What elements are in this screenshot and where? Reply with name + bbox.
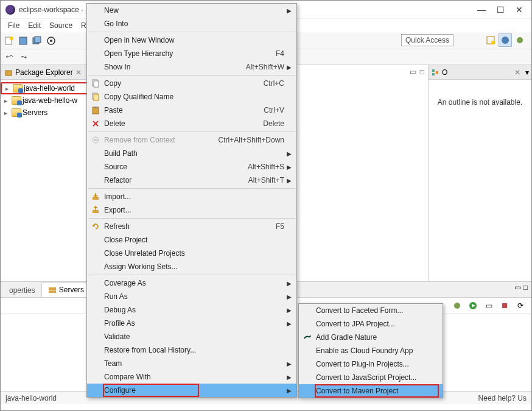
- open-perspective-icon[interactable]: [484, 33, 497, 47]
- submenu-arrow-icon: ▶: [284, 164, 292, 170]
- run-icon[interactable]: [467, 300, 479, 312]
- submenu-item-convert-to-javascript-project[interactable]: Convert to JavaScript Project...: [299, 371, 443, 384]
- menu-item-new[interactable]: New▶: [87, 4, 296, 17]
- menu-item-export[interactable]: Export...: [87, 203, 296, 217]
- svg-rect-12: [432, 69, 435, 72]
- menu-item-assign-working-sets[interactable]: Assign Working Sets...: [87, 260, 296, 273]
- tree-item-servers[interactable]: ▸ Servers: [1, 107, 90, 119]
- menu-item-import[interactable]: Import...: [87, 190, 296, 203]
- submenu-item-convert-to-jpa-project[interactable]: Convert to JPA Project...: [299, 317, 443, 331]
- close-button[interactable]: ✕: [516, 5, 523, 15]
- import-icon: [87, 192, 104, 201]
- outline-icon: [431, 68, 439, 77]
- view-menu-icon[interactable]: ▾: [525, 68, 529, 77]
- menu-item-run-as[interactable]: Run As▶: [87, 290, 296, 303]
- bottom-view-controls: ▭ □: [514, 283, 528, 292]
- window-controls: — ☐ ✕: [477, 5, 523, 15]
- menu-item-open-type-hierarchy[interactable]: Open Type HierarchyF4: [87, 47, 296, 60]
- minimize-button[interactable]: —: [477, 5, 486, 15]
- menu-item-refactor[interactable]: RefactorAlt+Shift+T▶: [87, 174, 296, 187]
- debug-perspective-icon[interactable]: [513, 33, 527, 47]
- servers-icon: [48, 286, 57, 294]
- minimize-icon[interactable]: ▭: [514, 283, 521, 292]
- menu-item-configure[interactable]: Configure▶: [87, 384, 296, 397]
- new-icon[interactable]: [3, 35, 15, 47]
- outline-tab[interactable]: O ✕ ▾: [429, 65, 531, 80]
- menu-item-team[interactable]: Team▶: [87, 357, 296, 370]
- menu-item-coverage-as[interactable]: Coverage As▶: [87, 276, 296, 290]
- submenu-arrow-icon: ▶: [284, 387, 292, 394]
- eclipse-icon: [5, 5, 15, 15]
- menu-item-label: Assign Working Sets...: [104, 262, 284, 271]
- menu-item-delete[interactable]: DeleteDelete: [87, 117, 296, 130]
- configure-submenu: Convert to Faceted Form...Convert to JPA…: [298, 303, 443, 398]
- menu-item-show-in[interactable]: Show InAlt+Shift+W▶: [87, 60, 296, 74]
- svg-rect-13: [432, 73, 435, 76]
- java-ee-perspective-icon[interactable]: [499, 33, 512, 47]
- submenu-arrow-icon: ▶: [284, 374, 292, 381]
- menu-item-restore-from-local-history[interactable]: Restore from Local History...: [87, 343, 296, 357]
- publish-icon[interactable]: ⟳: [514, 300, 527, 312]
- tree-label: Servers: [23, 108, 47, 117]
- submenu-item-add-gradle-nature[interactable]: Add Gradle Nature: [299, 331, 443, 344]
- menu-item-build-path[interactable]: Build Path▶: [87, 147, 296, 160]
- tab-properties[interactable]: operties: [3, 284, 41, 297]
- profile-icon[interactable]: ▭: [483, 300, 495, 312]
- menu-item-validate[interactable]: Validate: [87, 330, 296, 343]
- menu-item-source[interactable]: SourceAlt+Shift+S▶: [87, 160, 296, 174]
- menu-item-close-unrelated-projects[interactable]: Close Unrelated Projects: [87, 247, 296, 260]
- maximize-icon[interactable]: □: [523, 283, 528, 292]
- menu-item-copy[interactable]: CopyCtrl+C: [87, 77, 296, 90]
- menu-separator: [88, 132, 295, 132]
- submenu-item-convert-to-plug-in-projects[interactable]: Convert to Plug-in Projects...: [299, 357, 443, 371]
- outline-tab-close-icon[interactable]: ✕: [514, 68, 520, 77]
- maximize-view-icon[interactable]: □: [420, 68, 424, 76]
- menu-separator: [88, 188, 295, 189]
- submenu-arrow-icon: ▶: [284, 307, 292, 314]
- menu-item-compare-with[interactable]: Compare With▶: [87, 370, 296, 384]
- debug-icon[interactable]: [451, 300, 463, 312]
- minimize-view-icon[interactable]: ▭: [410, 68, 416, 76]
- menu-accelerator: Ctrl+C: [264, 79, 284, 88]
- menu-item-refresh[interactable]: RefreshF5: [87, 220, 296, 233]
- submenu-item-convert-to-faceted-form[interactable]: Convert to Faceted Form...: [299, 304, 443, 317]
- submenu-item-convert-to-maven-project[interactable]: Convert to Maven Project: [299, 384, 443, 398]
- svg-rect-2: [19, 37, 27, 44]
- menu-item-debug-as[interactable]: Debug As▶: [87, 303, 296, 317]
- menu-item-label: Close Unrelated Projects: [104, 249, 284, 258]
- copy-icon: [87, 79, 104, 88]
- expand-icon[interactable]: ▸: [5, 85, 12, 92]
- tree-item-java-web[interactable]: ▸ java-web-hello-w: [1, 94, 90, 107]
- menu-item-paste[interactable]: PasteCtrl+V: [87, 104, 296, 117]
- expand-icon[interactable]: ▸: [4, 110, 10, 116]
- project-icon: [12, 108, 21, 117]
- quick-access[interactable]: Quick Access: [401, 34, 453, 46]
- menu-item-label: Refactor: [104, 176, 241, 184]
- maximize-button[interactable]: ☐: [497, 5, 505, 15]
- editor-controls: ▭ □: [410, 68, 424, 76]
- menu-accelerator: F5: [276, 222, 284, 231]
- svg-point-19: [454, 303, 460, 309]
- paste-icon: [87, 106, 104, 114]
- menu-file[interactable]: File: [4, 20, 23, 31]
- menu-item-close-project[interactable]: Close Project: [87, 233, 296, 247]
- menu-item-copy-qualified-name[interactable]: Copy Qualified Name: [87, 90, 296, 104]
- menu-source[interactable]: Source: [46, 20, 76, 31]
- menu-item-profile-as[interactable]: Profile As▶: [87, 317, 296, 330]
- save-all-icon[interactable]: [31, 35, 43, 47]
- expand-icon[interactable]: ▸: [4, 97, 10, 104]
- menu-item-go-into[interactable]: Go Into: [87, 17, 296, 30]
- status-right: Need help? Us: [478, 394, 527, 402]
- coverage-icon[interactable]: [45, 35, 57, 47]
- submenu-item-enable-as-cloud-foundry-app[interactable]: Enable as Cloud Foundry App: [299, 344, 443, 357]
- explorer-tab-close-icon[interactable]: ✕: [75, 68, 82, 77]
- menu-edit[interactable]: Edit: [24, 20, 44, 31]
- forward-icon[interactable]: ⤳: [18, 51, 30, 63]
- back-icon[interactable]: ⬿: [3, 51, 15, 63]
- save-icon[interactable]: [17, 35, 29, 47]
- tree-item-java-hello-world[interactable]: ▸ java-hello-world: [1, 82, 90, 94]
- menu-item-open-in-new-window[interactable]: Open in New Window: [87, 33, 296, 47]
- stop-icon[interactable]: [499, 300, 511, 312]
- status-left: java-hello-world: [5, 394, 57, 402]
- explorer-tab[interactable]: Package Explorer ✕: [1, 65, 90, 80]
